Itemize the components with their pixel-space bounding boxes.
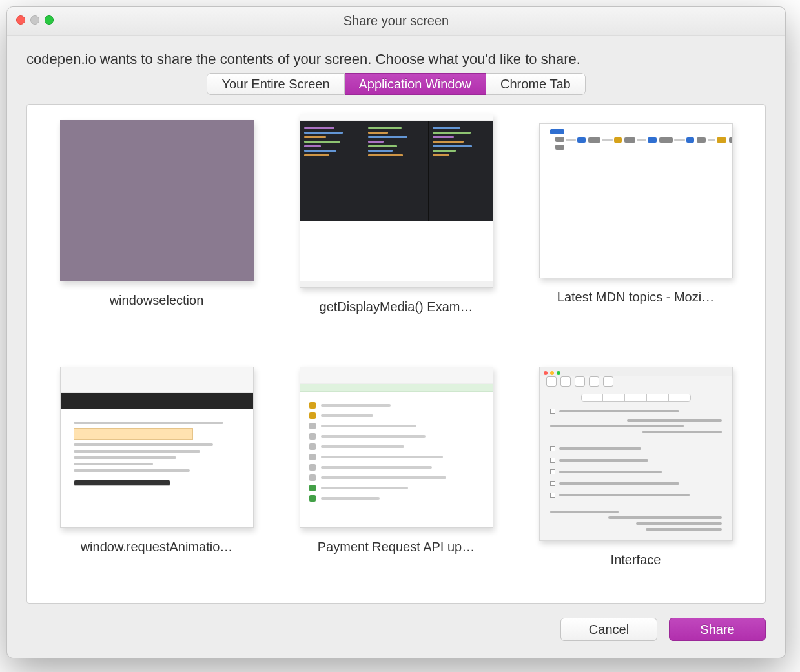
thumbnail <box>300 367 493 528</box>
dialog-title: Share your screen <box>344 14 449 28</box>
titlebar: Share your screen <box>7 7 785 36</box>
source-label: Latest MDN topics - Mozi… <box>557 290 714 305</box>
source-list[interactable]: windowselection <box>27 105 765 603</box>
source-interface[interactable]: Interface <box>532 367 739 594</box>
thumbnail <box>60 120 254 281</box>
source-label: getDisplayMedia() Exam… <box>320 300 473 314</box>
share-button[interactable]: Share <box>669 618 766 641</box>
source-label: windowselection <box>110 293 204 308</box>
tab-entire-screen[interactable]: Your Entire Screen <box>207 73 344 95</box>
thumbnail <box>300 114 493 288</box>
source-windowselection[interactable]: windowselection <box>53 114 260 341</box>
thumbnail <box>60 367 254 528</box>
window-controls <box>16 15 54 25</box>
source-list-container: windowselection <box>26 104 766 604</box>
source-mdn-topics[interactable]: Latest MDN topics - Mozi… <box>532 114 739 341</box>
source-label: Interface <box>611 553 661 567</box>
source-label: Payment Request API up… <box>318 540 475 555</box>
dialog-prompt-text: codepen.io wants to share the contents o… <box>7 36 785 73</box>
source-label: window.requestAnimatio… <box>81 540 233 555</box>
share-screen-dialog: Share your screen codepen.io wants to sh… <box>6 6 786 658</box>
tab-application-window[interactable]: Application Window <box>345 73 487 95</box>
thumbnail <box>539 367 733 541</box>
close-icon[interactable] <box>16 15 25 25</box>
zoom-icon[interactable] <box>45 15 54 25</box>
source-payment-request[interactable]: Payment Request API up… <box>292 367 500 594</box>
minimize-icon <box>30 15 39 25</box>
cancel-button[interactable]: Cancel <box>560 618 657 641</box>
source-request-animation-frame[interactable]: window.requestAnimatio… <box>53 367 260 594</box>
tab-chrome-tab[interactable]: Chrome Tab <box>486 73 586 95</box>
source-getdisplaymedia[interactable]: getDisplayMedia() Exam… <box>292 114 500 341</box>
source-type-tabs: Your Entire Screen Application Window Ch… <box>7 73 785 104</box>
thumbnail <box>539 123 733 278</box>
dialog-footer: Cancel Share <box>7 604 785 658</box>
